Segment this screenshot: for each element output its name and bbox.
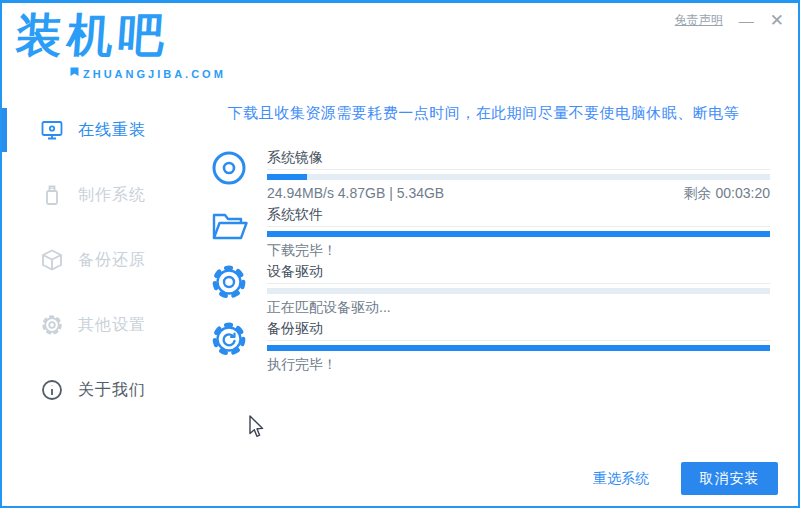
sidebar: 在线重装 制作系统 备份还原	[2, 91, 197, 506]
sidebar-item-about-us[interactable]: 关于我们	[2, 368, 197, 412]
sidebar-item-backup-restore[interactable]: 备份还原	[2, 238, 197, 282]
progress-bar	[267, 288, 770, 294]
task-row-backup-driver: 备份驱动 执行完毕！	[207, 319, 770, 376]
progress-fill	[267, 231, 770, 237]
titlebar-controls: 免责声明 — ✕	[675, 12, 784, 29]
task-row-system-software: 系统软件 下载完毕！	[207, 205, 770, 262]
task-title: 系统镜像	[267, 148, 770, 170]
gear-icon	[207, 262, 251, 306]
disc-icon	[207, 148, 251, 192]
info-icon	[40, 378, 64, 402]
reselect-system-link[interactable]: 重选系统	[593, 470, 649, 488]
sidebar-item-online-reinstall[interactable]: 在线重装	[2, 108, 197, 152]
task-remaining-time: 剩余 00:03:20	[684, 184, 770, 202]
flag-icon	[70, 67, 79, 80]
notice-text: 下载且收集资源需要耗费一点时间，在此期间尽量不要使电脑休眠、断电等	[197, 104, 770, 123]
folder-icon	[207, 205, 251, 249]
sidebar-item-label: 在线重装	[78, 120, 146, 141]
task-title: 备份驱动	[267, 319, 770, 341]
minimize-button[interactable]: —	[739, 13, 754, 28]
logo-title: 装机吧	[14, 7, 171, 63]
disclaimer-link[interactable]: 免责声明	[675, 12, 723, 29]
active-indicator	[2, 108, 7, 152]
sidebar-item-label: 备份还原	[78, 250, 146, 271]
cancel-install-button[interactable]: 取消安装	[681, 462, 778, 495]
task-status: 下载完毕！	[267, 241, 337, 259]
progress-bar	[267, 231, 770, 237]
task-status: 正在匹配设备驱动...	[267, 298, 391, 316]
mouse-cursor	[248, 415, 265, 439]
usb-icon	[40, 183, 64, 207]
task-status: 24.94MB/s 4.87GB | 5.34GB	[267, 184, 444, 202]
task-title: 设备驱动	[267, 262, 770, 284]
task-list: 系统镜像 24.94MB/s 4.87GB | 5.34GB 剩余 00:03:…	[207, 148, 770, 376]
task-status: 执行完毕！	[267, 355, 337, 373]
logo-subtitle: ZHUANGJIBA.COM	[83, 68, 226, 80]
gear-icon	[40, 313, 64, 337]
task-row-device-driver: 设备驱动 正在匹配设备驱动...	[207, 262, 770, 319]
footer-actions: 重选系统 取消安装	[593, 462, 778, 495]
app-window: 装机吧 ZHUANGJIBA.COM 免责声明 — ✕ 在线重装	[0, 0, 800, 508]
box-icon	[40, 248, 64, 272]
gear-sync-icon	[207, 319, 251, 363]
monitor-icon	[40, 118, 64, 142]
sidebar-item-other-settings[interactable]: 其他设置	[2, 303, 197, 347]
sidebar-item-label: 其他设置	[78, 315, 146, 336]
close-button[interactable]: ✕	[770, 13, 784, 28]
progress-bar	[267, 174, 770, 180]
sidebar-item-label: 制作系统	[78, 185, 146, 206]
sidebar-item-make-system[interactable]: 制作系统	[2, 173, 197, 217]
app-logo: 装机吧 ZHUANGJIBA.COM	[16, 7, 169, 63]
logo-subtitle-row: ZHUANGJIBA.COM	[70, 67, 226, 80]
progress-fill	[267, 345, 770, 351]
progress-bar	[267, 345, 770, 351]
sidebar-item-label: 关于我们	[78, 380, 146, 401]
task-title: 系统软件	[267, 205, 770, 227]
progress-fill	[267, 174, 307, 180]
task-row-system-image: 系统镜像 24.94MB/s 4.87GB | 5.34GB 剩余 00:03:…	[207, 148, 770, 205]
